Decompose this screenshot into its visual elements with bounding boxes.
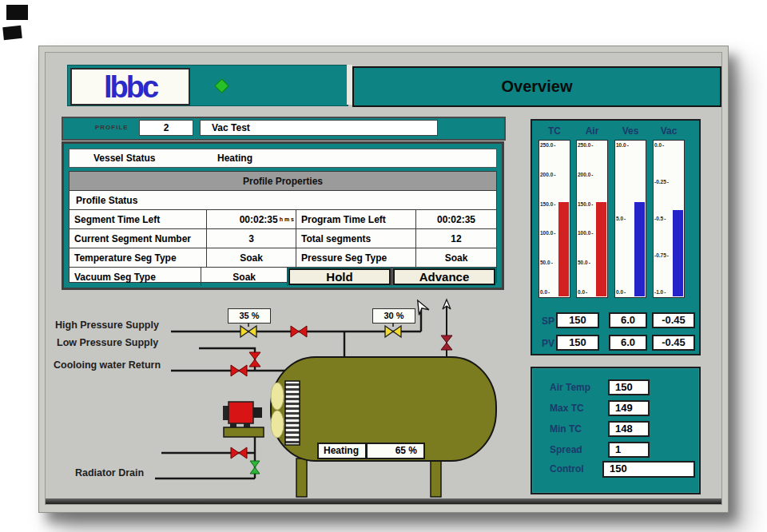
vessel-status-label: Vessel Status [93,153,155,164]
gauge-ticks: 10.05.00.0 [616,145,634,292]
program-time-left-value: 00:02:35 [416,210,496,228]
drain-pipes [155,435,255,478]
cooling-return-valve[interactable] [231,365,247,376]
gauge-panel: TC 250.0200.0150.0100.050.00.0 Air 250.0… [531,119,701,355]
gauge-column-air: Air 250.0200.0150.0100.050.00.0 [576,125,608,298]
logo: lbbc [70,68,190,105]
gauge-tick-label: 150.0 [578,200,593,206]
gauge-bar-ves: 10.05.00.0 [614,140,646,298]
max-tc-row: Max TC 149 [532,400,699,418]
vessel-drain-valve[interactable] [231,447,247,459]
low-pressure-valve[interactable] [249,352,260,367]
gauge-ticks: 250.0200.0150.0100.050.00.0 [578,145,595,292]
gauge-fill [634,202,645,296]
profile-properties-title: Profile Properties [243,176,323,187]
max-tc-value: 149 [608,400,650,416]
control-field[interactable]: 150 [602,461,695,478]
gauge-tick-label: 5.0 [616,216,626,221]
total-segments-label: Total segments [296,229,416,248]
gauge-bar-vac: 0.0-0.25-0.5-0.75-1.0 [653,140,685,298]
gauge-ticks: 0.0-0.25-0.5-0.75-1.0 [654,145,672,292]
gauge-tick-label: 100.0 [578,230,593,236]
valve-30-percent-readout: 30 % [372,308,415,324]
vessel-status-value: Heating [217,153,252,164]
gauge-column-tc: TC 250.0200.0150.0100.050.00.0 [538,125,570,298]
min-tc-row: Min TC 148 [532,421,699,439]
gauge-label-ves: Ves [614,125,646,137]
fan-blade [271,383,284,410]
sp-tc-field[interactable]: 150 [556,312,599,328]
gauge-tick-label: 0.0 [578,289,587,295]
table-row: Segment Time Left 00:02:35 h m s Program… [70,210,496,229]
gauge-tick-label: -0.75 [654,252,669,258]
current-segment-label: Current Segment Number [70,229,207,248]
gauge-column-vac: Vac 0.0-0.25-0.5-0.75-1.0 [653,125,685,298]
table-row: Temperature Seg Type Soak Pressure Seg T… [70,248,496,268]
spread-row: Spread 1 [532,442,699,459]
profile-strip: PROFILE 2 Vac Test [62,117,506,141]
gauge-fill [558,202,569,296]
gauge-tick-label: -1.0 [654,289,666,295]
profile-name-field[interactable]: Vac Test [200,120,438,136]
sp-label: SP [542,316,554,327]
gauge-tick-label: -0.5 [654,216,666,221]
gauge-bar-air: 250.0200.0150.0100.050.00.0 [576,140,608,298]
process-diagram: High Pressure Supply Low Pressure Supply… [51,295,531,513]
gauge-tick-label: 0.0 [654,142,664,148]
profile-properties-table: Profile Properties Profile Status Segmen… [69,171,497,283]
gauge-tick-label: 0.0 [616,289,626,295]
hold-button[interactable]: Hold [288,268,391,285]
vessel-leg [296,459,307,497]
setpoint-row: SP 150 6.0 -0.45 [532,312,699,330]
sp-ves-field[interactable]: 6.0 [609,312,647,328]
segment-time-left-value: 00:02:35 h m s [207,210,296,228]
header-left-bar: lbbc [67,65,348,106]
gauge-fill [673,210,683,296]
hp-supply-valve-35[interactable] [240,326,256,337]
gauge-tick-label: 10.0 [616,142,629,148]
gauge-label-vac: Vac [653,125,685,137]
header-divider [347,65,352,105]
pressure-seg-type-label: Pressure Seg Type [296,248,416,267]
scan-artifact [6,5,28,20]
sp-vac-field[interactable]: -0.45 [652,312,695,328]
control-label: Control [550,463,584,474]
gauge-tick-label: 150.0 [540,200,555,206]
time-units-suffix: h m s [280,216,294,222]
pv-label: PV [542,338,554,349]
low-pressure-supply-label: Low Pressure Supply [57,337,158,348]
radiator-coil [285,381,300,445]
gauge-tick-label: 100.0 [540,230,555,236]
heating-percent-readout: 65 % [366,443,425,459]
gauge-tick-label: 250.0 [578,142,593,148]
vessel-inlet-valve-30[interactable] [385,326,401,337]
heating-label-box: Heating [317,443,367,459]
header-title-bar: Overview [352,66,721,107]
motor-coupling [253,407,262,418]
radiator-drain-valve[interactable] [250,461,260,474]
hp-supply-isolation-valve[interactable] [291,326,307,337]
vacuum-seg-type-value: Soak [201,268,288,286]
process-value-row: PV 150 6.0 -0.45 [532,335,699,352]
advance-button[interactable]: Advance [393,268,495,285]
gauge-tick-label: 50.0 [578,260,590,265]
gauge-bar-tc: 250.0200.0150.0100.050.00.0 [538,140,570,298]
table-row: Current Segment Number 3 Total segments … [70,229,496,248]
profile-number-field[interactable]: 2 [139,120,193,136]
hold-button-cell: Hold [288,268,392,286]
gauge-tick-label: 250.0 [540,142,555,148]
temperature-seg-type-label: Temperature Seg Type [70,248,207,267]
hmi-screen: lbbc Overview PROFILE 2 Vac Test Vessel … [45,52,722,505]
motor[interactable] [229,402,253,423]
profile-properties-header: Profile Properties [70,172,496,191]
vacuum-valve[interactable] [441,335,452,350]
status-diamond-icon [214,78,229,93]
scan-artifact [2,26,22,40]
logo-text: lbbc [104,72,157,102]
min-tc-value: 148 [608,421,650,437]
profile-status-row: Profile Status [70,191,496,210]
advance-button-cell: Advance [392,268,496,286]
profile-properties-panel: Vessel Status Heating Profile Properties… [62,141,504,290]
spread-value: 1 [608,442,650,458]
air-temp-label: Air Temp [550,382,590,393]
